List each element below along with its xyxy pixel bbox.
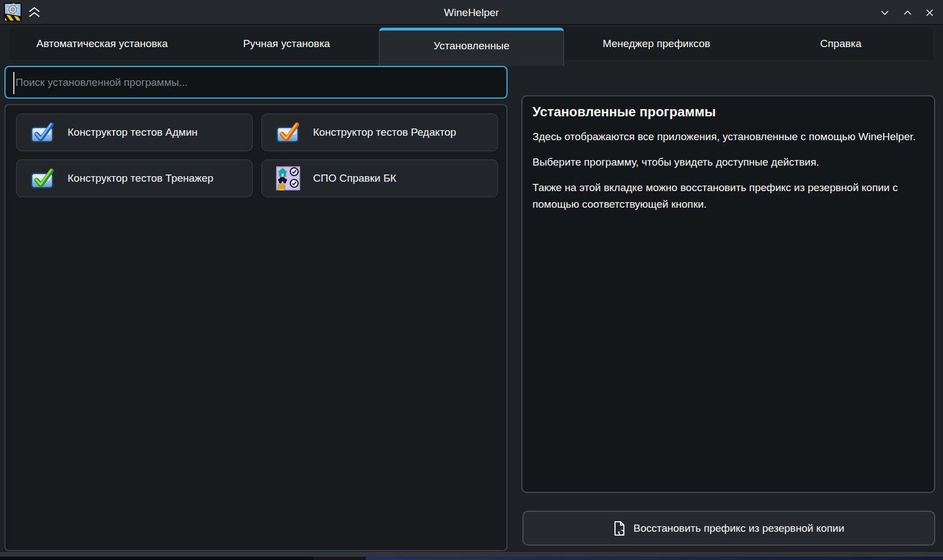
tab-bar: Автоматическая установка Ручная установк… bbox=[10, 28, 933, 60]
program-name: СПО Справки БК bbox=[313, 172, 396, 184]
program-card-spo-spravki-bk[interactable]: СПО Справки БК bbox=[262, 160, 498, 197]
taskbar-segment bbox=[366, 557, 943, 560]
tab-manual-install[interactable]: Ручная установка bbox=[194, 28, 379, 60]
checkbox-blue-check-icon bbox=[30, 120, 55, 145]
restore-button-label: Восстановить префикс из резервной копии bbox=[633, 522, 844, 535]
program-name: Конструктор тестов Редактор bbox=[313, 126, 456, 138]
tab-automatic-install[interactable]: Автоматическая установка bbox=[10, 28, 194, 60]
info-paragraph: Также на этой вкладке можно восстановить… bbox=[532, 179, 924, 213]
checkbox-orange-check-icon bbox=[276, 120, 300, 145]
program-card-konstruktor-admin[interactable]: Конструктор тестов Админ bbox=[16, 114, 253, 151]
text-caret bbox=[13, 72, 14, 94]
taskbar-segment bbox=[313, 557, 366, 560]
tab-prefix-manager[interactable]: Менеджер префиксов bbox=[564, 28, 749, 60]
info-paragraph: Выберите программу, чтобы увидеть доступ… bbox=[532, 154, 924, 171]
minimize-chevron-icon[interactable] bbox=[879, 7, 890, 18]
installed-programs-list: Конструктор тестов Админ Конструктор тес… bbox=[4, 104, 508, 551]
info-paragraph: Здесь отображаются все приложения, устан… bbox=[532, 129, 924, 145]
info-heading: Установленные программы bbox=[532, 103, 924, 121]
search-box bbox=[4, 66, 508, 99]
program-card-konstruktor-redaktor[interactable]: Конструктор тестов Редактор bbox=[262, 114, 498, 151]
search-input[interactable] bbox=[6, 67, 506, 97]
checkbox-green-check-icon bbox=[30, 166, 55, 191]
taskbar-sliver bbox=[0, 557, 943, 560]
program-card-konstruktor-trenazher[interactable]: Конструктор тестов Тренажер bbox=[16, 160, 253, 197]
window-bottom-edge bbox=[0, 551, 943, 557]
spo-spravki-bk-icon bbox=[276, 166, 300, 191]
installed-info-panel: Установленные программы Здесь отображают… bbox=[521, 95, 935, 493]
window-title: WineHelper bbox=[0, 0, 943, 25]
taskbar-segment bbox=[0, 557, 313, 560]
restore-prefix-button[interactable]: Восстановить префикс из резервной копии bbox=[522, 511, 935, 546]
close-icon[interactable] bbox=[924, 7, 935, 18]
maximize-chevron-icon[interactable] bbox=[902, 7, 913, 18]
titlebar: WineHelper bbox=[0, 0, 943, 25]
tab-help[interactable]: Справка bbox=[749, 28, 933, 60]
tab-installed[interactable]: Установленные bbox=[379, 28, 565, 66]
restore-document-icon bbox=[613, 521, 626, 536]
program-name: Конструктор тестов Админ bbox=[68, 126, 198, 138]
program-name: Конструктор тестов Тренажер bbox=[68, 172, 213, 184]
